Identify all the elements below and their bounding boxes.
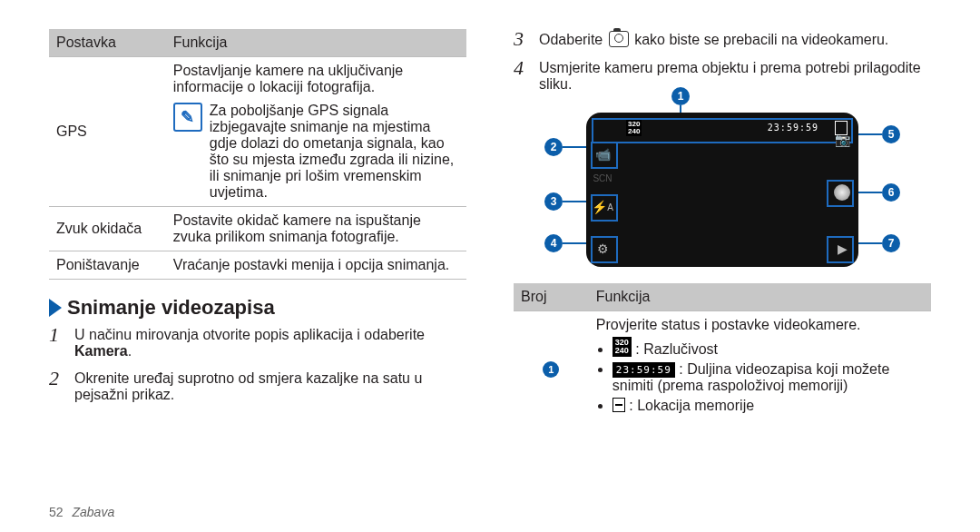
callout-1: 1 bbox=[671, 87, 690, 105]
cell-desc: Postavljanje kamere na uključivanje info… bbox=[166, 57, 466, 207]
th-broj: Broj bbox=[514, 283, 589, 311]
step-1: 1 U načinu mirovanja otvorite popis apli… bbox=[49, 325, 466, 360]
scn-label: SCN bbox=[593, 169, 612, 187]
step-body: Okrenite uređaj suprotno od smjera kazal… bbox=[74, 369, 466, 403]
callout-6: 6 bbox=[882, 183, 900, 202]
step-3: 3 Odaberite kako biste se prebacili na v… bbox=[514, 29, 931, 49]
step-number: 4 bbox=[514, 58, 530, 93]
storage-inline-icon bbox=[612, 398, 625, 412]
list-item: 23:59:59 : Duljina videozapisa koji može… bbox=[612, 361, 924, 394]
step-body: Odaberite kako biste se prebacili na vid… bbox=[539, 29, 931, 49]
flash-icon: ⚡A bbox=[593, 198, 612, 216]
right-column: 3 Odaberite kako biste se prebacili na v… bbox=[514, 29, 931, 423]
list-item: : Lokacija memorije bbox=[612, 398, 924, 414]
bullet-list: 320240 : Razlučivost 23:59:59 : Duljina … bbox=[596, 337, 924, 414]
resolution-inline-icon: 320240 bbox=[612, 337, 632, 357]
table-row: Poništavanje Vraćanje postavki menija i … bbox=[49, 251, 466, 280]
cell-setting: Poništavanje bbox=[49, 251, 166, 280]
gear-icon: ⚙ bbox=[593, 240, 612, 258]
section-name: Zabava bbox=[72, 505, 114, 519]
step-number: 3 bbox=[514, 29, 530, 49]
page: Postavka Funkcija GPS Postavljanje kamer… bbox=[0, 0, 980, 532]
heading-text: Snimanje videozapisa bbox=[67, 296, 275, 320]
callout-table: Broj Funkcija 1 Provjerite status i post… bbox=[514, 283, 931, 423]
callout-5: 5 bbox=[882, 125, 900, 143]
cell-setting: GPS bbox=[49, 57, 166, 207]
list-item: 320240 : Razlučivost bbox=[612, 337, 924, 358]
page-number: 52 bbox=[49, 505, 64, 519]
callout-3: 3 bbox=[544, 192, 563, 211]
section-heading: Snimanje videozapisa bbox=[49, 296, 466, 320]
app-name: Kamera bbox=[74, 343, 128, 359]
camcorder-icon: 📹 bbox=[593, 145, 612, 163]
th-funkcija: Funkcija bbox=[589, 283, 931, 311]
step-number: 1 bbox=[49, 325, 65, 360]
steps-list: 3 Odaberite kako biste se prebacili na v… bbox=[514, 29, 931, 93]
step-body: U načinu mirovanja otvorite popis aplika… bbox=[74, 325, 466, 360]
lead-line bbox=[855, 242, 882, 244]
th-funkcija: Funkcija bbox=[166, 29, 466, 57]
callout-4: 4 bbox=[544, 234, 563, 252]
cell-desc: Provjerite status i postavke videokamere… bbox=[589, 311, 931, 424]
resolution-icon: 320240 bbox=[626, 120, 642, 136]
left-column: Postavka Funkcija GPS Postavljanje kamer… bbox=[49, 29, 466, 423]
note-icon: ✎ bbox=[173, 103, 202, 132]
play-icon: ▶ bbox=[833, 240, 851, 258]
table-row: GPS Postavljanje kamere na uključivanje … bbox=[49, 57, 466, 207]
cell-setting: Zvuk okidača bbox=[49, 207, 166, 251]
callout-7: 7 bbox=[882, 234, 900, 252]
record-button-icon bbox=[834, 184, 850, 201]
camcorder-diagram: 1 2 3 4 5 6 7 320240 23:59:59 bbox=[586, 113, 858, 267]
step-number: 2 bbox=[49, 369, 65, 403]
th-postavka: Postavka bbox=[49, 29, 166, 57]
page-footer: 52 Zabava bbox=[49, 505, 114, 519]
time-inline-icon: 23:59:59 bbox=[612, 362, 675, 378]
settings-table: Postavka Funkcija GPS Postavljanje kamer… bbox=[49, 29, 466, 280]
step-4: 4 Usmjerite kameru prema objektu i prema… bbox=[514, 58, 931, 93]
camera-icon bbox=[609, 31, 629, 47]
cell-desc: Vraćanje postavki menija i opcija sniman… bbox=[166, 251, 466, 280]
time-remaining: 23:59:59 bbox=[768, 123, 818, 133]
cell-desc: Postavite okidač kamere na ispuštanje zv… bbox=[166, 207, 466, 251]
step-2: 2 Okrenite uređaj suprotno od smjera kaz… bbox=[49, 369, 466, 403]
switch-camera-icon: 📷 bbox=[833, 131, 851, 149]
step-body: Usmjerite kameru prema objektu i prema p… bbox=[539, 58, 931, 93]
table-row: 1 Provjerite status i postavke videokame… bbox=[514, 311, 931, 424]
left-sidebar: 📹 SCN ⚡A ⚙ bbox=[588, 118, 617, 261]
lead-line bbox=[855, 192, 882, 193]
steps-list: 1 U načinu mirovanja otvorite popis apli… bbox=[49, 325, 466, 403]
lead-line bbox=[855, 133, 882, 135]
table-row: Zvuk okidača Postavite okidač kamere na … bbox=[49, 207, 466, 251]
note-text: Za poboljšanje GPS signala izbjegavajte … bbox=[210, 103, 459, 201]
callout-2: 2 bbox=[544, 138, 563, 156]
callout-badge: 1 bbox=[543, 361, 559, 378]
cell-num: 1 bbox=[514, 311, 589, 424]
chevron-right-icon bbox=[49, 299, 62, 317]
note-block: ✎ Za poboljšanje GPS signala izbjegavajt… bbox=[173, 103, 459, 201]
right-sidebar: 📷 ▶ bbox=[828, 118, 857, 261]
camcorder-screen: 320240 23:59:59 📹 SCN ⚡A ⚙ 📷 bbox=[586, 113, 858, 267]
